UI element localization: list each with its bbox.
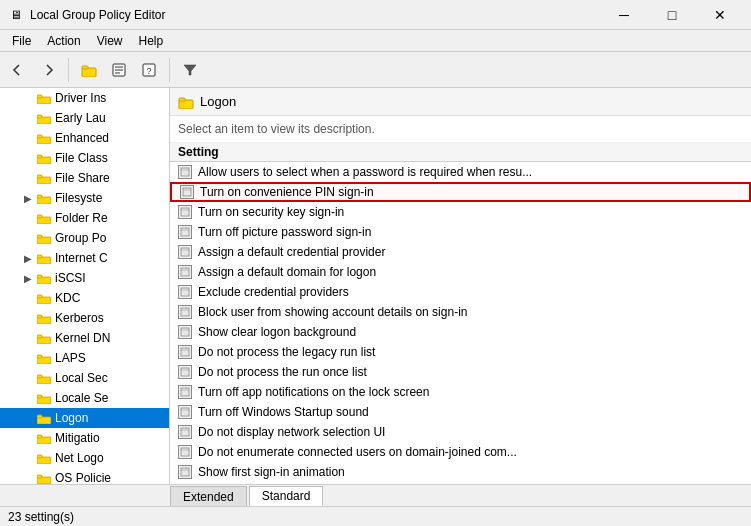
folder-icon [36,90,52,106]
tree-item[interactable]: Net Logo [0,448,169,468]
svg-rect-30 [37,295,42,298]
tree-item[interactable]: ▶ iSCSI [0,268,169,288]
svg-rect-16 [37,155,42,158]
setting-row[interactable]: Do not process the run once list [170,362,751,382]
setting-icon [178,305,192,319]
tree-item[interactable]: Early Lau [0,108,169,128]
properties-button[interactable] [105,56,133,84]
svg-rect-34 [37,335,42,338]
app-icon: 🖥 [8,7,24,23]
tree-item-label: LAPS [55,351,86,365]
tree-item[interactable]: ▶ Filesyste [0,188,169,208]
tree-item[interactable]: OS Policie [0,468,169,484]
tree-item[interactable]: Enhanced [0,128,169,148]
menu-view[interactable]: View [89,30,131,52]
folder-icon [36,230,52,246]
svg-rect-40 [37,395,42,398]
setting-icon [178,385,192,399]
setting-icon [178,205,192,219]
folder-icon [36,310,52,326]
folder-icon [36,350,52,366]
svg-rect-77 [181,368,189,376]
setting-row[interactable]: Allow users to select when a password is… [170,162,751,182]
tree-item-label: OS Policie [55,471,111,484]
tree-arrow-icon: ▶ [20,250,36,266]
tree-item-label: Kernel DN [55,331,110,345]
tree-item[interactable]: Logon [0,408,169,428]
tree-item[interactable]: ▶ Internet C [0,248,169,268]
right-panel-description: Select an item to view its description. [170,116,751,143]
setting-label: Exclude credential providers [198,285,349,299]
tree-item[interactable]: Group Po [0,228,169,248]
svg-rect-24 [37,235,42,238]
menu-file[interactable]: File [4,30,39,52]
setting-row[interactable]: Block user from showing account details … [170,302,751,322]
help-button[interactable]: ? [135,56,163,84]
tree-item[interactable]: LAPS [0,348,169,368]
folder-icon [36,190,52,206]
setting-row[interactable]: Assign a default credential provider [170,242,751,262]
tree-arrow-icon [20,170,36,186]
main-layout: Driver Ins Early Lau Enhanced File Class… [0,88,751,484]
table-header: Setting [170,143,751,162]
column-setting-label: Setting [178,145,743,159]
setting-row[interactable]: Enumerate local users on domain-joined c… [170,482,751,484]
tree-item[interactable]: Folder Re [0,208,169,228]
setting-row[interactable]: Do not display network selection UI [170,422,751,442]
setting-row[interactable]: Turn on convenience PIN sign-in [170,182,751,202]
tree-arrow-icon [20,290,36,306]
tree-item[interactable]: KDC [0,288,169,308]
setting-icon [178,465,192,479]
setting-row[interactable]: Assign a default domain for logon [170,262,751,282]
tree-arrow-icon [20,330,36,346]
folder-button[interactable] [75,56,103,84]
minimize-button[interactable]: ─ [601,0,647,30]
tree-arrow-icon [20,470,36,484]
setting-row[interactable]: Do not enumerate connected users on doma… [170,442,751,462]
folder-icon [36,130,52,146]
menu-action[interactable]: Action [39,30,88,52]
setting-row[interactable]: Turn off Windows Startup sound [170,402,751,422]
setting-label: Turn off picture password sign-in [198,225,371,239]
tab-extended[interactable]: Extended [170,486,247,506]
setting-row[interactable]: Show clear logon background [170,322,751,342]
tree-item[interactable]: Kerberos [0,308,169,328]
tree-item-label: Internet C [55,251,108,265]
setting-row[interactable]: Turn on security key sign-in [170,202,751,222]
filter-button[interactable] [176,56,204,84]
tree-item[interactable]: File Share [0,168,169,188]
tree-item-label: Early Lau [55,111,106,125]
setting-row[interactable]: Turn off app notifications on the lock s… [170,382,751,402]
setting-icon [178,285,192,299]
tree-item-label: iSCSI [55,271,86,285]
close-button[interactable]: ✕ [697,0,743,30]
tree-item[interactable]: Kernel DN [0,328,169,348]
tree-item-label: KDC [55,291,80,305]
tree-item[interactable]: Local Sec [0,368,169,388]
tree-item[interactable]: File Class [0,148,169,168]
tree-arrow-icon [20,90,36,106]
tree-item[interactable]: Driver Ins [0,88,169,108]
setting-row[interactable]: Do not process the legacy run list [170,342,751,362]
folder-icon [36,450,52,466]
menu-help[interactable]: Help [131,30,172,52]
settings-list: Allow users to select when a password is… [170,162,751,484]
tab-standard[interactable]: Standard [249,486,324,506]
tree-item-label: Locale Se [55,391,108,405]
forward-button[interactable] [34,56,62,84]
maximize-button[interactable]: □ [649,0,695,30]
tree-arrow-icon [20,370,36,386]
back-button[interactable] [4,56,32,84]
setting-row[interactable]: Exclude credential providers [170,282,751,302]
setting-label: Allow users to select when a password is… [198,165,532,179]
tree-arrow-icon [20,130,36,146]
setting-row[interactable]: Turn off picture password sign-in [170,222,751,242]
svg-rect-36 [37,355,42,358]
svg-rect-79 [181,388,189,396]
setting-label: Show first sign-in animation [198,465,345,479]
svg-marker-8 [184,65,196,75]
tree-item[interactable]: Locale Se [0,388,169,408]
setting-label: Show clear logon background [198,325,356,339]
setting-row[interactable]: Show first sign-in animation [170,462,751,482]
tree-item[interactable]: Mitigatio [0,428,169,448]
